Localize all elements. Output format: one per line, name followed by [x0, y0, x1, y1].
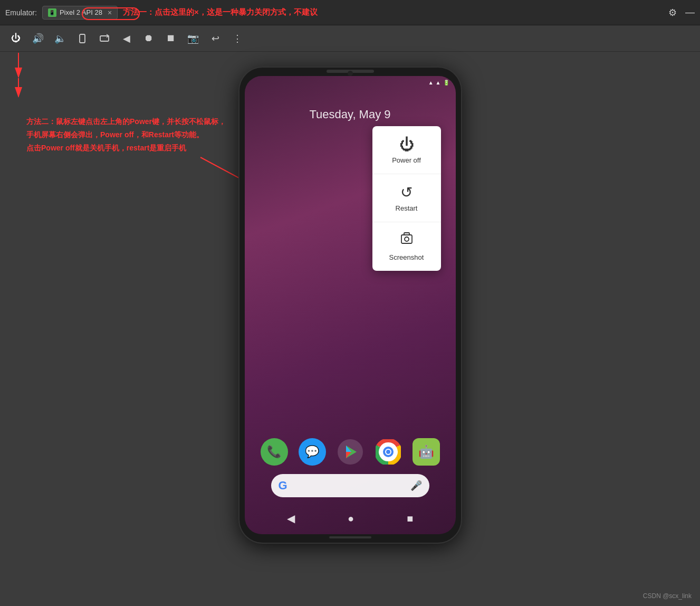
phone-camera — [348, 71, 353, 76]
back-nav-button[interactable]: ◀ — [287, 512, 295, 525]
emulator-label: Emulator: — [5, 8, 37, 17]
power-menu-popup: ⏻ Power off ↺ Restart Screensho — [372, 126, 441, 271]
phone-app-icon[interactable]: 📞 — [261, 438, 288, 466]
minimize-icon[interactable]: — — [685, 7, 695, 18]
svg-rect-6 — [401, 235, 412, 243]
emulator-tab[interactable]: 📱 Pixel 2 API 28 × — [42, 6, 118, 20]
google-search-bar[interactable]: G 🎤 — [271, 474, 429, 497]
anno-line3: 点击Power off就是关机手机，restart是重启手机 — [26, 141, 226, 155]
toolbar: ⏻ 🔊 🔈 ◀ ⏺ ⏹ 📷 ↩ ⋮ — [0, 25, 700, 52]
chrome-app-icon[interactable] — [375, 438, 402, 466]
watermark: CSDN @scx_link — [643, 592, 692, 600]
main-area: 方法二：鼠标左键点击左上角的Power键，并长按不松鼠标， 手机屏幕右侧会弹出，… — [0, 52, 700, 606]
title-bar: Emulator: 📱 Pixel 2 API 28 × 方法一：点击这里的×，… — [0, 0, 700, 25]
svg-rect-0 — [80, 34, 85, 43]
screenshot-menu-item[interactable]: Screenshot — [372, 222, 441, 271]
status-icons: ▲ ▲ 🔋 — [428, 80, 449, 86]
phone-device: ▲ ▲ 🔋 Tuesday, May 9 ⏻ Power off ↺ Resta… — [239, 68, 461, 543]
svg-point-8 — [405, 237, 409, 241]
status-bar: ▲ ▲ 🔋 — [245, 76, 456, 89]
title-bar-actions: ⚙ — — [668, 7, 695, 18]
rotate-portrait-button[interactable] — [73, 29, 92, 48]
more-button[interactable]: ⋮ — [228, 29, 247, 48]
tab-device-icon: 📱 — [48, 8, 56, 17]
anno-line2: 手机屏幕右侧会弹出，Power off，和Restart等功能。 — [26, 128, 226, 141]
anno-line1: 方法二：鼠标左键点击左上角的Power键，并长按不松鼠标， — [26, 115, 226, 128]
power-off-label: Power off — [392, 156, 421, 164]
signal-icon: ▲ — [436, 80, 441, 86]
screenshot-button[interactable]: 📷 — [184, 29, 203, 48]
restart-menu-item[interactable]: ↺ Restart — [372, 174, 441, 222]
google-mic-icon[interactable]: 🎤 — [410, 480, 422, 491]
screenshot-label: Screenshot — [389, 253, 424, 261]
record-button[interactable]: ⏺ — [139, 29, 158, 48]
settings-icon[interactable]: ⚙ — [668, 7, 677, 18]
annotation-method1: 方法一：点击这里的×，这是一种暴力关闭方式，不建议 — [123, 7, 663, 17]
home-nav-button[interactable]: ● — [348, 513, 354, 525]
play-store-icon[interactable] — [337, 438, 364, 466]
svg-rect-7 — [404, 233, 409, 235]
volume-up-button[interactable]: 🔊 — [28, 29, 47, 48]
svg-point-18 — [386, 450, 390, 454]
stop-button[interactable]: ⏹ — [161, 29, 180, 48]
recents-nav-button[interactable]: ■ — [407, 513, 413, 525]
messages-app-icon[interactable]: 💬 — [299, 438, 326, 466]
screenshot-icon — [399, 232, 414, 250]
battery-icon: 🔋 — [443, 80, 449, 86]
rotate-landscape-button[interactable] — [95, 29, 114, 48]
back-button[interactable]: ◀ — [117, 29, 136, 48]
power-off-menu-item[interactable]: ⏻ Power off — [372, 126, 441, 174]
dock-area: 📞 💬 — [245, 438, 456, 497]
phone-date: Tuesday, May 9 — [245, 108, 456, 121]
google-g-icon: G — [279, 479, 287, 493]
tab-close-button[interactable]: × — [108, 8, 112, 17]
nav-bar: ◀ ● ■ — [245, 508, 456, 529]
annotation-method2: 方法二：鼠标左键点击左上角的Power键，并长按不松鼠标， 手机屏幕右侧会弹出，… — [26, 115, 226, 155]
power-off-icon: ⏻ — [399, 136, 414, 153]
tab-name: Pixel 2 API 28 — [60, 8, 102, 16]
dock-icons: 📞 💬 — [261, 438, 440, 466]
wifi-icon: ▲ — [428, 80, 434, 86]
phone-screen[interactable]: ▲ ▲ 🔋 Tuesday, May 9 ⏻ Power off ↺ Resta… — [245, 76, 456, 534]
android-app-icon[interactable]: 🤖 — [413, 438, 440, 466]
power-button[interactable]: ⏻ — [6, 29, 25, 48]
undo-button[interactable]: ↩ — [206, 29, 225, 48]
volume-down-button[interactable]: 🔈 — [51, 29, 70, 48]
phone-bottom-speaker — [329, 536, 371, 538]
restart-icon: ↺ — [400, 184, 413, 201]
restart-label: Restart — [396, 204, 418, 212]
